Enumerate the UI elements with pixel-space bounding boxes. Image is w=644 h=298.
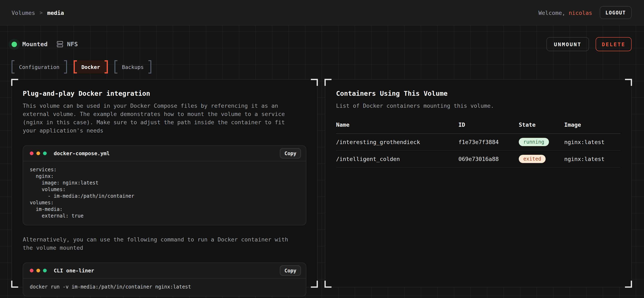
container-id: 069e73016a88 [458,150,519,167]
welcome-text: Welcome, nicolas [538,9,592,16]
window-dot-red-icon [30,269,34,272]
containers-panel-subtitle: List of Docker containers mounting this … [336,102,608,110]
column-header-id: ID [458,121,519,134]
containers-panel: Containers Using This Volume List of Doc… [325,79,632,287]
panel-corner [625,281,632,288]
cli-copy-button[interactable]: Copy [280,265,301,276]
container-image: nginx:latest [564,150,620,167]
container-name: /interesting_grothendieck [336,134,458,150]
username: nicolas [568,9,592,16]
mounted-status-dot [12,41,17,47]
table-row: /interesting_grothendieck f1e73e7f3884 r… [336,134,620,150]
window-dot-amber-icon [36,151,40,155]
unmount-button[interactable]: UNMOUNT [546,37,589,51]
window-dot-green-icon [43,269,47,272]
containers-panel-title: Containers Using This Volume [336,90,620,97]
compose-code-header: docker-compose.yml Copy [23,146,306,161]
container-name: /intelligent_colden [336,150,458,167]
volume-actions: UNMOUNT DELETE [546,37,632,51]
compose-code-block: docker-compose.yml Copy services: nginx:… [23,145,306,225]
breadcrumb-chevron-icon: > [40,10,42,15]
status-badge: running [519,138,549,146]
breadcrumb-current-volume: media [47,9,64,16]
topbar-right: Welcome, nicolas LOGOUT [538,6,632,19]
window-dots [30,151,47,155]
driver-label: NFS [67,41,78,47]
tab-configuration-label: Configuration [14,60,64,73]
window-dots [30,269,47,272]
main-content: Mounted NFS UNMOUNT DELETE C [0,26,644,287]
status-badge: exited [519,155,546,163]
panel-corner [311,79,318,86]
tab-bracket-left [114,60,118,73]
delete-button[interactable]: DELETE [596,37,632,51]
container-image: nginx:latest [564,134,620,150]
window-dot-red-icon [30,151,34,155]
panel-corner [625,79,632,86]
compose-filename: docker-compose.yml [54,150,110,156]
column-header-state: State [519,121,564,134]
panel-corner [324,79,332,86]
server-icon [57,41,63,47]
window-dot-amber-icon [36,269,40,272]
app-root: Volumes > media Welcome, nicolas LOGOUT … [0,0,644,298]
compose-copy-button[interactable]: Copy [280,148,301,158]
panels: Plug-and-play Docker integration This vo… [12,79,632,287]
volume-status-row: Mounted NFS UNMOUNT DELETE [12,37,632,51]
panel-corner [11,79,18,86]
cli-code-header: CLI one-liner Copy [23,263,306,279]
cli-code-block: CLI one-liner Copy docker run -v im-medi… [23,263,306,296]
panel-corner [324,281,332,288]
breadcrumb: Volumes > media [12,9,64,16]
cli-intro-text: Alternatively, you can use the following… [23,235,295,252]
volume-status: Mounted NFS [12,41,78,47]
tab-backups-label: Backups [118,60,148,73]
tab-bracket-right [148,60,151,73]
tab-docker[interactable]: Docker [74,60,108,73]
topbar: Volumes > media Welcome, nicolas LOGOUT [0,0,644,26]
docker-panel-title: Plug-and-play Docker integration [23,90,306,97]
cli-filename: CLI one-liner [54,268,94,274]
container-state-cell: running [519,134,564,150]
logout-button[interactable]: LOGOUT [600,6,632,19]
column-header-name: Name [336,121,458,134]
panel-corner [311,281,318,288]
tab-configuration[interactable]: Configuration [12,60,67,73]
table-header-row: Name ID State Image [336,121,620,134]
tab-bracket-right [64,60,67,73]
table-row: /intelligent_colden 069e73016a88 exited … [336,150,620,167]
breadcrumb-volumes-link[interactable]: Volumes [12,9,35,16]
tab-bracket-right [104,60,108,73]
tab-docker-label: Docker [77,60,104,73]
mounted-status-label: Mounted [22,41,48,47]
welcome-prefix: Welcome, [538,9,565,16]
cli-code: docker run -v im-media:/path/in/containe… [23,279,306,296]
tab-backups[interactable]: Backups [114,60,151,73]
docker-panel-description: This volume can be used in your Docker C… [23,102,295,135]
tab-bracket-left [74,60,77,73]
container-state-cell: exited [519,150,564,167]
window-dot-green-icon [43,151,47,155]
tab-bracket-left [12,60,14,73]
tab-bar: Configuration Docker Backups [12,60,632,73]
column-header-image: Image [564,121,620,134]
docker-integration-panel: Plug-and-play Docker integration This vo… [12,79,318,287]
container-id: f1e73e7f3884 [458,134,519,150]
compose-code: services: nginx: image: nginx:latest vol… [23,161,306,225]
panel-corner [11,281,18,288]
containers-table: Name ID State Image /interesting_grothen… [336,121,620,167]
